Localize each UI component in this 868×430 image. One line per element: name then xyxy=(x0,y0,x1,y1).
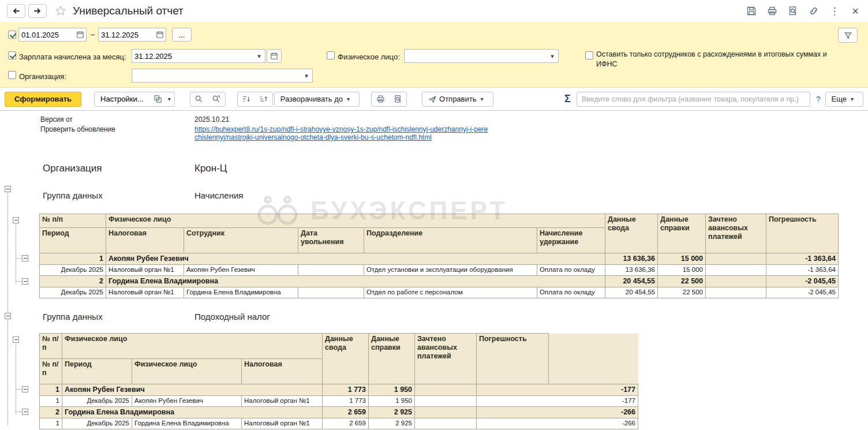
quick-filter-button[interactable] xyxy=(838,28,858,43)
favorite-star-icon[interactable] xyxy=(54,5,67,17)
cell[interactable]: 1 950 xyxy=(369,384,415,396)
chevron-down-icon[interactable] xyxy=(167,92,174,106)
cell[interactable]: Гордина Елена Владимировна xyxy=(184,287,298,298)
person-checkbox[interactable] xyxy=(327,51,335,59)
collapse-group-tax[interactable] xyxy=(5,313,11,319)
generate-button[interactable]: Сформировать xyxy=(5,92,81,107)
cell[interactable]: 1 773 xyxy=(323,396,369,407)
report-variants-button[interactable] xyxy=(149,92,167,106)
data-group2-value[interactable]: Подоходный налог xyxy=(194,312,270,321)
calendar-icon[interactable] xyxy=(74,28,86,41)
cell[interactable]: -177 xyxy=(477,384,638,396)
organization-checkbox[interactable] xyxy=(8,71,16,79)
cell[interactable] xyxy=(706,276,766,287)
person-input[interactable] xyxy=(405,50,547,62)
cell[interactable]: -1 363,64 xyxy=(766,253,839,265)
period-checkbox[interactable] xyxy=(8,31,16,39)
update-link[interactable]: https://buhexpert8.ru/1s-zup/ndfl-i-stra… xyxy=(194,125,488,141)
calendar-icon[interactable] xyxy=(154,28,166,41)
collapse-row-akopyan[interactable] xyxy=(22,255,28,261)
preview-icon[interactable] xyxy=(787,5,799,17)
cell[interactable]: 2 925 xyxy=(369,407,415,418)
sort-ascending-icon[interactable] xyxy=(255,92,272,106)
cell[interactable]: Акопян Рубен Гезевич xyxy=(132,396,242,407)
cell[interactable] xyxy=(415,384,477,396)
search-icon[interactable] xyxy=(190,92,208,106)
salary-month-label[interactable]: Зарплата начислена за месяц: xyxy=(19,53,126,61)
cell[interactable]: Налоговый орган №1 xyxy=(106,265,184,276)
cell[interactable]: 15 000 xyxy=(658,265,706,276)
print-icon[interactable] xyxy=(372,92,389,106)
cell[interactable]: 20 454,55 xyxy=(605,276,658,287)
period-more-button[interactable]: ... xyxy=(172,28,192,42)
chevron-down-icon[interactable] xyxy=(253,50,265,62)
cell[interactable] xyxy=(415,418,477,429)
cell[interactable]: Декабрь 2025 xyxy=(62,396,132,407)
data-group2-label[interactable]: Группа данных xyxy=(43,312,103,321)
cell[interactable]: 2 xyxy=(40,276,106,287)
cell[interactable]: -266 xyxy=(477,418,638,429)
cell[interactable] xyxy=(706,287,766,298)
cell[interactable]: Оплата по окладу xyxy=(537,265,605,276)
cell[interactable]: 22 500 xyxy=(658,276,706,287)
cell[interactable] xyxy=(706,265,766,276)
cell[interactable]: 22 500 xyxy=(658,287,706,298)
cell[interactable]: Декабрь 2025 xyxy=(40,287,106,298)
salary-month-calendar-button[interactable] xyxy=(267,49,282,63)
more-button[interactable]: Еще xyxy=(825,92,863,107)
cell[interactable] xyxy=(415,396,477,407)
send-button[interactable]: Отправить xyxy=(422,92,493,107)
cell[interactable]: Акопян Рубен Гезевич xyxy=(62,384,323,396)
organization-label[interactable]: Организация: xyxy=(19,72,66,81)
kebab-menu-icon[interactable]: ⋮ xyxy=(829,5,840,17)
collapse-table-accruals[interactable] xyxy=(13,217,19,223)
update-link-line2[interactable]: chislennyj/nastrojki-universalnogo-otche… xyxy=(194,133,488,141)
cell[interactable]: Налоговый орган №1 xyxy=(242,418,323,429)
cell[interactable]: 20 454,55 xyxy=(605,287,658,298)
data-group1-label[interactable]: Группа данных xyxy=(43,190,103,200)
organization-row-label[interactable]: Организация xyxy=(43,163,102,174)
collapse-row-akopyan-tax[interactable] xyxy=(22,386,28,392)
save-icon[interactable] xyxy=(746,5,757,17)
expand-to-button[interactable]: Разворачивать до xyxy=(274,92,360,107)
data-group1-value[interactable]: Начисления xyxy=(194,190,243,200)
print-icon[interactable] xyxy=(766,5,778,17)
help-button[interactable]: ? xyxy=(816,95,821,104)
collapse-row-gordina-tax[interactable] xyxy=(22,409,28,415)
close-icon[interactable]: × xyxy=(850,5,861,17)
cell[interactable]: Отдел по работе с персоналом xyxy=(364,287,537,298)
collapse-table-tax[interactable] xyxy=(13,336,19,343)
cell[interactable]: 13 636,36 xyxy=(605,253,658,265)
cell[interactable]: -177 xyxy=(477,396,638,407)
period-from-input[interactable] xyxy=(19,28,74,41)
cell[interactable] xyxy=(298,287,364,298)
link-icon[interactable] xyxy=(808,5,820,17)
salary-month-checkbox[interactable] xyxy=(8,51,16,59)
settings-button[interactable]: Настройки... xyxy=(95,92,149,106)
cell[interactable]: Акопян Рубен Гезевич xyxy=(106,253,605,265)
cell[interactable]: 1 773 xyxy=(323,384,369,396)
cell[interactable]: 13 636,36 xyxy=(605,265,658,276)
cell[interactable]: Акопян Рубен Гезевич xyxy=(184,265,298,276)
cell[interactable]: Налоговый орган №1 xyxy=(106,287,184,298)
cell[interactable]: Декабрь 2025 xyxy=(62,418,132,429)
cell[interactable]: 2 659 xyxy=(323,407,369,418)
back-button[interactable] xyxy=(7,4,25,18)
organization-input[interactable] xyxy=(132,69,301,82)
cell[interactable]: Налоговый орган №1 xyxy=(242,396,323,407)
cell[interactable] xyxy=(298,265,364,276)
cell[interactable]: 2 xyxy=(40,407,62,418)
cell[interactable]: 1 950 xyxy=(369,396,415,407)
cell[interactable]: 1 xyxy=(40,418,62,429)
person-label[interactable]: Физическое лицо: xyxy=(338,53,400,61)
quick-search-input[interactable] xyxy=(577,92,810,107)
cell[interactable]: Гордина Елена Владимировна xyxy=(106,276,605,287)
period-to-input[interactable] xyxy=(99,28,154,41)
update-link-line1[interactable]: https://buhexpert8.ru/1s-zup/ndfl-i-stra… xyxy=(194,125,488,133)
chevron-down-icon[interactable] xyxy=(301,69,312,82)
cell[interactable]: Гордина Елена Владимировна xyxy=(62,407,323,418)
cell[interactable]: 1 xyxy=(40,396,62,407)
discrepancies-label[interactable]: Оставить только сотрудников с расхождени… xyxy=(596,50,839,69)
cell[interactable]: 1 xyxy=(40,253,106,265)
print-preview-icon[interactable] xyxy=(389,92,406,106)
